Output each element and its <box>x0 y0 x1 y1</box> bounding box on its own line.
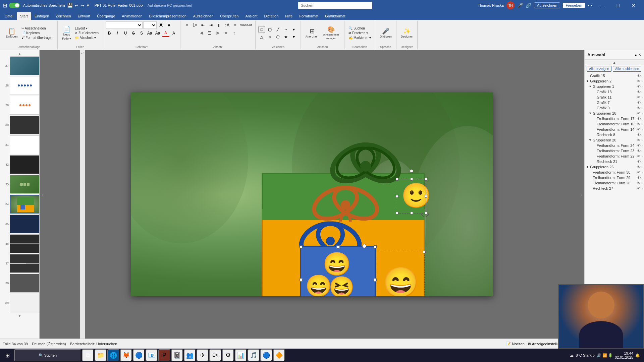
tree-item-gruppe18[interactable]: ▼ Gruppieren 18 👁 › <box>585 111 644 116</box>
tree-item-grafik11[interactable]: Grafik 11 👁 › <box>585 95 644 100</box>
font-size-select[interactable] <box>143 21 157 29</box>
schnellformatvorlagen-button[interactable]: 🎨 Schnellformat- vorlagen <box>321 24 342 43</box>
slide-thumb-34[interactable]: 34 <box>1 195 38 214</box>
sel-rotate-handle[interactable] <box>410 169 413 173</box>
language-label[interactable]: Deutsch (Österreich) <box>32 342 66 346</box>
shadow-button[interactable]: S <box>138 29 145 37</box>
chevron-icon-gruppe1[interactable]: › <box>641 84 643 88</box>
strikethrough-button[interactable]: S <box>130 29 137 37</box>
slide-thumb-37[interactable]: 37 <box>1 254 38 273</box>
search-input[interactable] <box>298 2 372 9</box>
decrease-font-button[interactable]: A <box>165 21 173 29</box>
chevron-icon-rechteck21[interactable]: › <box>641 160 643 164</box>
microphone-icon[interactable]: 🎤 <box>517 3 523 8</box>
hide-all-button[interactable]: Alle ausblenden <box>613 66 641 72</box>
visibility-icon-rechteck21[interactable]: 👁 <box>637 160 641 164</box>
ersetzen-button[interactable]: ⇄ Ersetzen ▾ <box>347 31 372 35</box>
tab-ueberpruefen[interactable]: Überprüfen <box>217 12 242 20</box>
appx3-button[interactable]: 🔵 <box>260 349 272 361</box>
slide-thumb-35[interactable]: 35 <box>1 215 38 233</box>
align-left-button[interactable]: ⫷ <box>198 29 206 37</box>
designer-button[interactable]: ✨ Designer <box>399 24 415 43</box>
slide-thumb-36[interactable]: 36 <box>1 234 38 253</box>
highlight-button[interactable]: A <box>170 29 177 37</box>
font-color-button[interactable]: A <box>162 29 169 37</box>
tree-item-form24[interactable]: Freihandform: Form 24 👁 › <box>585 143 644 148</box>
edge-button[interactable]: 🌐 <box>107 349 119 361</box>
decrease-indent-button[interactable]: ⇤ <box>199 21 207 29</box>
search-taskbar-button[interactable]: 🔍 Suchen <box>14 349 81 361</box>
notification-button[interactable]: 🔔 <box>635 353 640 358</box>
tree-item-gruppe1[interactable]: ▼ Gruppieren 1 👁 › <box>585 84 644 89</box>
slide-thumb-29[interactable]: 29 <box>1 96 38 115</box>
chevron-icon-gruppe18[interactable]: › <box>641 111 643 115</box>
telegram-button[interactable]: ✈ <box>197 349 209 361</box>
visibility-icon-form23[interactable]: 👁 <box>637 149 641 153</box>
numbered-list-button[interactable]: 1≡ <box>191 21 199 29</box>
visibility-icon-gruppe18[interactable]: 👁 <box>637 111 641 115</box>
visibility-icon-form14[interactable]: 👁 <box>637 127 641 131</box>
suchen-button[interactable]: 🔍 Suchen <box>347 26 372 31</box>
slide-thumb-30[interactable]: 30 <box>1 116 38 134</box>
notes-button[interactable]: 📝 Notizen <box>506 342 524 346</box>
powerpoint-button[interactable]: P <box>158 349 170 361</box>
tab-start[interactable]: Start <box>17 12 31 20</box>
chevron-icon-gruppe2[interactable]: › <box>641 79 643 83</box>
chevron-icon-grafik9[interactable]: › <box>641 106 643 110</box>
selection-box-orange-group[interactable] <box>376 252 425 296</box>
scroll-down-shapes[interactable]: ▾ <box>290 34 297 40</box>
tree-item-grafik7[interactable]: Grafik 7 👁 › <box>585 100 644 105</box>
share-button[interactable]: Freigeben <box>563 3 585 8</box>
increase-indent-button[interactable]: ⇥ <box>207 21 215 29</box>
canvas-scroll-right[interactable]: › <box>580 191 582 198</box>
tree-item-grafik13[interactable]: Grafik 13 👁 › <box>585 89 644 95</box>
appx2-button[interactable]: 🎵 <box>248 349 260 361</box>
share-icon[interactable]: 🔗 <box>526 3 531 8</box>
slide-thumb-38[interactable]: 38 <box>1 274 38 293</box>
visibility-icon-grafik15[interactable]: 👁 <box>637 74 641 78</box>
explorer-button[interactable]: 📁 <box>95 349 107 361</box>
chevron-icon-form16[interactable]: › <box>641 122 643 126</box>
outlook-button[interactable]: 📧 <box>146 349 158 361</box>
rect-shape[interactable]: □ <box>258 26 265 33</box>
sel-handle-mr[interactable] <box>425 195 427 198</box>
tree-item-form23[interactable]: Freihandform: Form 23 👁 › <box>585 148 644 154</box>
chevron-icon-rechteck27[interactable]: › <box>641 186 643 190</box>
panel-close-button[interactable]: ✕ <box>638 53 641 57</box>
pentagon-shape[interactable]: ⬠ <box>274 34 281 40</box>
diktieren-button[interactable]: 🎤 Diktieren <box>378 24 393 43</box>
columns-button[interactable]: ⫿ <box>215 21 223 29</box>
tab-datei[interactable]: Datei <box>1 12 17 20</box>
increase-font-button[interactable]: A <box>157 21 165 29</box>
selection-box-smiley[interactable] <box>397 179 426 214</box>
tree-item-gruppe20[interactable]: ▼ Gruppieren 20 👁 › <box>585 137 644 143</box>
tree-item-form29[interactable]: Freihandform: Form 29 👁 › <box>585 175 644 180</box>
chevron-icon-gruppe20[interactable]: › <box>641 138 643 142</box>
slide-thumb-32[interactable]: 32 <box>1 155 38 174</box>
tab-grafikformat[interactable]: Grafikformat <box>322 12 349 20</box>
visibility-icon-form29[interactable]: 👁 <box>637 176 641 180</box>
slide-thumb-33[interactable]: 33 <box>1 175 38 194</box>
visibility-icon-form17[interactable]: 👁 <box>637 117 641 121</box>
sel-handle-tc[interactable] <box>410 178 413 181</box>
visibility-icon-gruppe2[interactable]: 👁 <box>637 79 641 83</box>
tab-einfuegen[interactable]: Einfügen <box>31 12 52 20</box>
quick-access-icon[interactable]: ▼ <box>86 3 90 7</box>
visibility-icon-form30[interactable]: 👁 <box>637 170 641 174</box>
undo-icon[interactable]: ↩ <box>75 3 78 8</box>
star-shape[interactable]: ★ <box>282 34 289 40</box>
tree-item-form28[interactable]: Freihandform: Form 28 👁 › <box>585 180 644 186</box>
kopieren-button[interactable]: 📄 Kopieren <box>20 31 55 35</box>
visibility-icon-gruppe1[interactable]: 👁 <box>637 84 641 88</box>
slide-canvas[interactable]: 😄 😄 😆 😄 🙂 ↖↗ <box>131 93 493 296</box>
ausschneiden-button[interactable]: ✂ Ausschneiden <box>20 26 55 31</box>
handle-tl[interactable] <box>300 245 303 248</box>
minimize-button[interactable]: — <box>595 0 610 11</box>
anordnen-button[interactable]: ⊞ Anordnen <box>304 24 320 43</box>
sel-handle-bl[interactable] <box>396 212 398 215</box>
panel-expand-button[interactable]: ▲ <box>634 53 638 57</box>
tree-item-form16[interactable]: Freihandform: Form 16 👁 › <box>585 121 644 127</box>
tree-item-form17[interactable]: Freihandform: Form 17 👁 › <box>585 116 644 121</box>
markieren-button[interactable]: ✍ Markieren ▾ <box>347 36 372 40</box>
slide-thumb-39[interactable]: 39 <box>1 294 38 312</box>
